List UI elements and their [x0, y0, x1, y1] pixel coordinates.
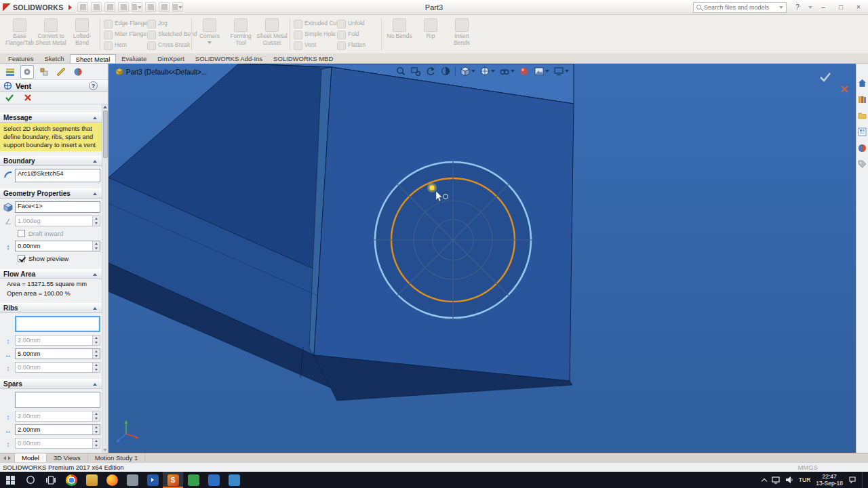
display-style-button[interactable] [479, 66, 495, 77]
spar-offset-input[interactable] [15, 438, 100, 449]
taskbar-clock[interactable]: 22:47 13-Sep-18 [816, 473, 843, 487]
sketched-bend-button[interactable]: Sketched Bend [147, 30, 188, 39]
taskbar-app-gray[interactable] [122, 472, 142, 488]
extruded-cut-button[interactable]: Extruded Cut [294, 19, 334, 28]
tab-3d-views[interactable]: 3D Views [47, 453, 88, 462]
tab-scroll-right-icon[interactable] [8, 456, 11, 460]
network-icon[interactable] [772, 476, 780, 484]
boundary-group-header[interactable]: Boundary [0, 156, 102, 166]
feature-tree-root-label[interactable]: Part3 (Default<<Default>... [126, 68, 207, 76]
base-flange-button[interactable]: Base Flange/Tab [4, 16, 35, 53]
tab-model[interactable]: Model [15, 453, 47, 462]
task-pane-tab-view-palette[interactable] [858, 127, 867, 138]
action-center-icon[interactable] [848, 476, 856, 484]
taskbar-app-green[interactable] [183, 472, 203, 488]
3d-scene[interactable] [108, 64, 856, 453]
tab-motion-study-1[interactable]: Motion Study 1 [88, 453, 145, 462]
redo-button[interactable] [145, 2, 156, 12]
draft-angle-input[interactable] [15, 216, 100, 226]
tab-evaluate[interactable]: Evaluate [116, 54, 152, 63]
hide-show-items-button[interactable] [499, 66, 515, 77]
confirm-corner-ok-button[interactable] [819, 72, 831, 84]
task-pane-tab-design-library[interactable] [858, 95, 867, 105]
scroll-up-icon[interactable] [103, 106, 107, 108]
no-bends-button[interactable]: No Bends [384, 16, 415, 53]
rib-offset-input[interactable] [15, 362, 100, 373]
view-settings-button[interactable] [553, 66, 569, 77]
offset-spinner[interactable] [92, 241, 100, 251]
close-button[interactable]: × [852, 2, 865, 13]
draft-angle-spinner[interactable] [92, 216, 100, 226]
tab-features[interactable]: Features [3, 54, 39, 63]
convert-to-sheet-metal-button[interactable]: Convert to Sheet Metal [35, 16, 66, 53]
rib-width-spinner[interactable] [92, 349, 100, 359]
feature-tree-flyout[interactable]: Part3 (Default<<Default>... [115, 68, 207, 76]
lofted-bend-button[interactable]: Lofted-Bend [66, 16, 98, 53]
sheet-metal-gusset-button[interactable]: Sheet Metal Gusset [256, 16, 288, 53]
spar-depth-spinner[interactable] [92, 411, 100, 421]
task-pane-tab-resources[interactable] [858, 79, 867, 89]
tab-dimxpert[interactable]: DimXpert [152, 54, 190, 63]
cross-break-button[interactable]: Cross-Break [147, 41, 188, 50]
spars-selection-list[interactable] [15, 392, 100, 408]
tab-sketch[interactable]: Sketch [39, 54, 70, 63]
unfold-button[interactable]: Unfold [337, 19, 378, 28]
dimxpertmanager-tab[interactable] [54, 65, 68, 79]
section-view-button[interactable] [440, 66, 451, 77]
spar-width-spinner[interactable] [92, 425, 100, 434]
logo-flyout-arrow-icon[interactable] [68, 5, 72, 10]
save-button[interactable] [104, 2, 115, 12]
open-button[interactable] [91, 2, 102, 12]
corners-button[interactable]: Corners [194, 16, 225, 53]
geometry-properties-group-header[interactable]: Geometry Properties [0, 188, 102, 199]
graphics-viewport[interactable]: Part3 (Default<<Default>... [108, 64, 856, 453]
rip-button[interactable]: Rip [415, 16, 446, 53]
fold-button[interactable]: Fold [337, 30, 378, 39]
taskbar-app-file-explorer[interactable] [81, 472, 102, 488]
rib-depth-input[interactable] [15, 335, 100, 346]
scroll-down-icon[interactable] [103, 449, 107, 451]
show-desktop-button[interactable] [862, 472, 865, 488]
zoom-fit-button[interactable] [395, 66, 406, 77]
rib-offset-spinner[interactable] [92, 363, 100, 372]
task-pane-tab-file-explorer[interactable] [858, 111, 867, 121]
tab-scroll-left-icon[interactable] [3, 456, 6, 460]
unit-system-label[interactable]: MMGS [797, 464, 818, 471]
undo-button[interactable] [132, 2, 142, 12]
panel-scrollbar[interactable] [102, 104, 108, 453]
tab-sheet-metal[interactable]: Sheet Metal [70, 54, 117, 63]
taskbar-app-blue-1[interactable] [203, 472, 224, 488]
taskbar-app-media[interactable] [142, 472, 163, 488]
spar-depth-input[interactable] [15, 411, 100, 422]
featuremanager-tab[interactable] [3, 65, 17, 79]
ok-button[interactable] [5, 94, 14, 103]
new-document-button[interactable] [77, 2, 88, 12]
taskbar-app-blue-2[interactable] [224, 472, 244, 488]
vent-button[interactable]: Vent [294, 41, 334, 50]
maximize-button[interactable]: □ [834, 2, 848, 13]
tray-expand-icon[interactable] [762, 478, 767, 483]
taskbar-app-chrome[interactable] [61, 472, 81, 488]
task-view-button[interactable] [41, 472, 61, 488]
flow-area-group-header[interactable]: Flow Area [0, 269, 102, 279]
boundary-selection-list[interactable]: Arc1@Sketch54 [15, 169, 100, 182]
tab-solidworks-add-ins[interactable]: SOLIDWORKS Add-Ins [190, 54, 268, 63]
search-input[interactable] [704, 4, 776, 11]
minimize-button[interactable]: – [816, 2, 830, 13]
configurationmanager-tab[interactable] [37, 65, 51, 79]
draft-inward-checkbox[interactable] [18, 230, 25, 237]
previous-view-button[interactable] [425, 66, 436, 77]
ribs-selection-list[interactable] [15, 316, 100, 332]
forming-tool-button[interactable]: Forming Tool [225, 16, 256, 53]
confirm-corner-cancel-button[interactable] [840, 85, 849, 95]
taskbar-search-button[interactable] [20, 472, 41, 488]
displaymanager-tab[interactable] [71, 65, 85, 79]
tab-scroll-buttons[interactable] [0, 453, 15, 462]
miter-flange-button[interactable]: Miter Flange [104, 30, 144, 39]
task-pane-tab-custom-properties[interactable] [858, 160, 867, 170]
cancel-button[interactable] [24, 94, 32, 103]
help-button[interactable]: ? [791, 2, 804, 13]
volume-icon[interactable] [785, 476, 793, 484]
print-button[interactable] [118, 2, 129, 12]
start-button[interactable] [0, 472, 20, 488]
